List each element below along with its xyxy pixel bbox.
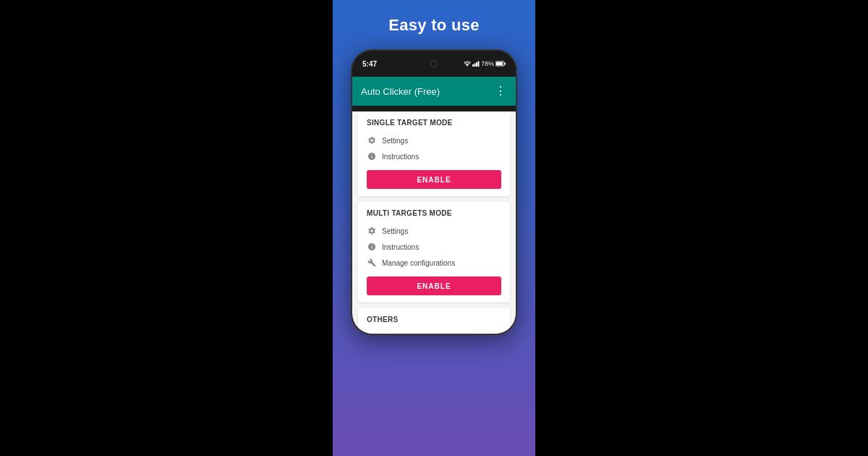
svg-rect-2	[474, 64, 475, 67]
single-enable-button[interactable]: ENABLE	[367, 170, 501, 189]
multi-settings-label: Settings	[382, 227, 408, 235]
others-title: OTHERS	[367, 316, 501, 324]
single-target-section: SINGLE TARGET MODE Settings	[358, 111, 510, 196]
svg-rect-7	[505, 63, 506, 65]
single-instructions-item[interactable]: Instructions	[367, 148, 501, 164]
svg-rect-1	[472, 64, 474, 67]
menu-button[interactable]: ⋮	[495, 85, 507, 97]
wrench-svg	[367, 258, 376, 267]
svg-point-0	[467, 65, 467, 66]
multi-instructions-label: Instructions	[382, 243, 419, 251]
multi-target-section: MULTI TARGETS MODE Settings	[358, 202, 510, 303]
phone-mockup: 5:47 78%	[351, 49, 517, 335]
battery-text: 78%	[481, 60, 494, 67]
right-black-panel	[535, 0, 868, 456]
page-title: Easy to use	[388, 16, 480, 35]
gear-svg-2	[367, 227, 376, 235]
app-bar-title: Auto Clicker (Free)	[361, 86, 440, 97]
phone-content: SINGLE TARGET MODE Settings	[352, 111, 516, 334]
left-black-panel	[0, 0, 333, 456]
info-svg	[367, 152, 376, 161]
app-bar: Auto Clicker (Free) ⋮	[352, 77, 516, 106]
gear-svg	[367, 136, 376, 145]
manage-configurations-label: Manage configurations	[382, 259, 455, 267]
camera-dot	[430, 60, 438, 67]
info-icon	[367, 151, 377, 161]
info-svg-2	[367, 242, 376, 251]
multi-instructions-item[interactable]: Instructions	[367, 239, 501, 255]
multi-enable-button[interactable]: ENABLE	[367, 276, 501, 295]
status-bar: 5:47 78%	[352, 51, 516, 77]
single-instructions-label: Instructions	[382, 153, 419, 161]
svg-rect-3	[476, 62, 477, 67]
multi-target-title: MULTI TARGETS MODE	[367, 209, 501, 217]
gear-icon-2	[367, 226, 377, 236]
wifi-icon	[464, 61, 471, 67]
single-settings-label: Settings	[382, 137, 408, 145]
others-section: OTHERS	[358, 308, 510, 334]
status-time: 5:47	[362, 60, 377, 68]
svg-rect-4	[477, 62, 479, 67]
center-panel: Easy to use 5:47	[333, 0, 535, 456]
single-settings-item[interactable]: Settings	[367, 132, 501, 148]
single-target-title: SINGLE TARGET MODE	[367, 119, 501, 127]
battery-icon	[495, 61, 506, 67]
status-icons: 78%	[464, 60, 506, 67]
info-icon-2	[367, 242, 377, 252]
gear-icon	[367, 135, 377, 145]
svg-rect-6	[496, 62, 503, 65]
signal-icon	[472, 61, 480, 67]
wrench-icon	[367, 258, 377, 268]
multi-settings-item[interactable]: Settings	[367, 223, 501, 239]
manage-configurations-item[interactable]: Manage configurations	[367, 255, 501, 271]
